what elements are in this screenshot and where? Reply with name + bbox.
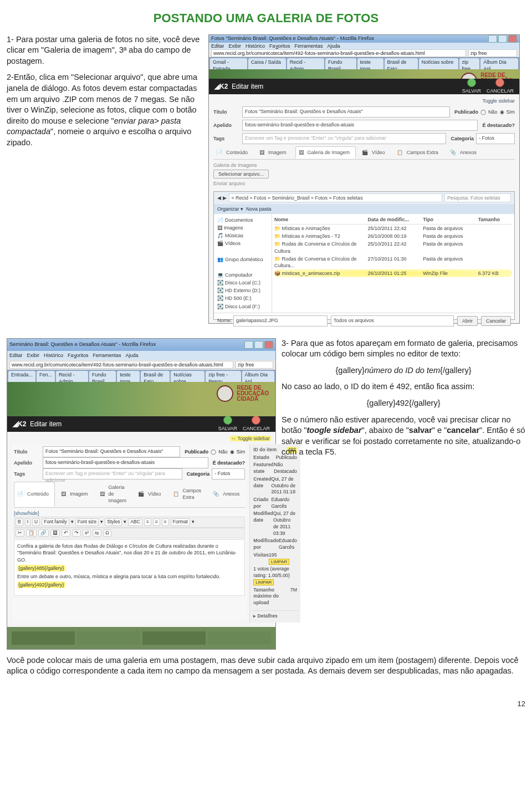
content-tabs[interactable]: 📄 Conteúdo 🖼 Imagem 🖼 Galeria de Imagem … [213,146,515,160]
form-area: Toggle sidebar TítuloFotos "Seminário Br… [209,94,519,323]
cancel-button[interactable]: CANCELAR [243,416,270,432]
window-buttons[interactable] [488,35,517,43]
address-bar[interactable]: www.recid.org.br/comunicoteca/item/492-f… [209,49,519,57]
k2-editor-bar: ◢K2 Editar item SALVAR CANCELAR [209,79,519,94]
screenshot-2: Seminário Brasil: Questões e Desafios At… [7,338,276,650]
dialog-cancel-button[interactable]: Cancelar [481,316,511,326]
logo-icon [461,73,477,79]
step-3: 3- Para que as fotos apareçam em formato… [282,338,525,360]
filename-input[interactable]: galeriapasso2.JPG [233,315,328,327]
file-list[interactable]: NomeData de modific... TipoTamanho 📁 Mís… [272,214,514,313]
filetype-select[interactable]: Todos os arquivos [331,315,454,327]
maximize-icon[interactable] [498,35,507,43]
select-file-button[interactable]: Selecionar arquivo... [213,170,269,178]
minimize-icon[interactable] [488,35,497,43]
maximize-icon[interactable] [254,341,263,349]
clear-votes-button[interactable]: LIMPAR [253,579,274,585]
final-paragraph: Você pode colocar mais de uma galeria em… [7,655,525,677]
step-5: Se o número não estiver aparecendo, você… [282,415,525,458]
logo-icon [217,385,233,402]
page-title: POSTANDO UMA GALERIA DE FOTOS [7,10,525,27]
open-button[interactable]: Abrir [457,316,478,326]
instructions-right: 3- Para que as fotos apareçam em formato… [282,338,525,650]
site-banner: REDE DE EDUCAÇÃO CIDADÃ [209,69,519,79]
alias-input[interactable]: fotos-seminário-brasil-questões-e-desafi… [242,120,478,131]
organize-menu[interactable]: Organizar [217,206,239,212]
code-template: {gallery}número do ID do tem{/gallery} [282,365,525,376]
tab-strip[interactable]: Gmail - EntradaCaixa / Saída ... Recid -… [209,57,519,69]
title-input[interactable]: Fotos "Seminário Brasil: Questões e Desa… [242,106,450,118]
code-example: {gallery}492{/gallery} [282,398,525,409]
step-1: 1- Para postar uma galeria de fotos no s… [7,34,202,67]
browser-menubar[interactable]: EditarExibirHistórico Fav̲oritosFerramen… [209,43,519,49]
highlighted-zip-row[interactable]: 📦 misticas_e_animacoes.zip26/10/2011 01:… [274,269,512,277]
step-2: 2-Então, clica em "Selecionar arquivo", … [7,72,202,148]
save-button[interactable]: SALVAR [462,78,481,94]
window-titlebar: Fotos "Seminário Brasil: Questões e Desa… [209,35,519,43]
editor-body[interactable]: Confira a galeria de fotos das Rodas de … [14,539,245,596]
toggle-sidebar-link[interactable]: ↔ Toggle sidebar [230,436,271,441]
instructions-left: 1- Para postar uma galeria de fotos no s… [7,34,202,324]
file-dialog: ◀ ▶ « Recid » Fotos » Seminário_Brasil »… [213,191,515,320]
file-dialog-sidebar[interactable]: 📄 Documentos 🖼 Imagens 🎵 Músicas 🎬 Vídeo… [214,214,272,313]
new-folder-button[interactable]: Nova pasta [246,206,272,212]
toggle-sidebar-link[interactable]: Toggle sidebar [482,98,515,104]
step-4: No caso ao lado, o ID do item é 492, ent… [282,381,525,392]
screenshot-1: Fotos "Seminário Brasil: Questões e Desa… [208,34,520,324]
page-number: 12 [7,699,525,709]
cancel-button[interactable]: CANCELAR [487,78,514,94]
save-button[interactable]: SALVAR [218,416,237,432]
rich-text-toolbar[interactable]: BIU Font family▾ Font size▾ Styles▾ ABC≡… [14,517,245,527]
minimize-icon[interactable] [244,341,253,349]
close-icon[interactable] [264,341,273,349]
close-icon[interactable] [508,35,517,43]
